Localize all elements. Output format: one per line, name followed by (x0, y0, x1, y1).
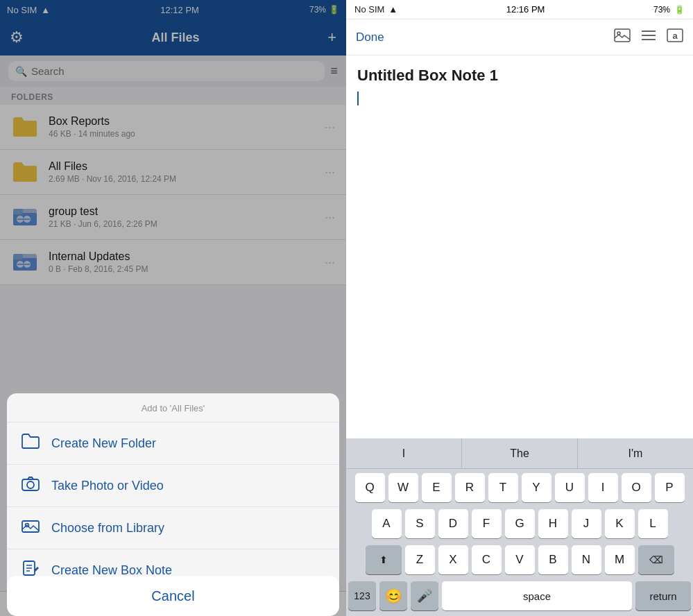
key-row-2: A S D F G H J K L (348, 509, 691, 538)
key-J[interactable]: J (572, 509, 601, 538)
key-L[interactable]: L (638, 509, 668, 538)
right-signal-group: No SIM ▲ (354, 4, 397, 15)
key-U[interactable]: U (555, 473, 585, 502)
key-W[interactable]: W (388, 473, 418, 502)
key-S[interactable]: S (405, 509, 435, 538)
right-no-sim: No SIM (354, 4, 384, 15)
svg-point-13 (27, 481, 34, 488)
note-title-area: Untitled Box Note 1 (346, 55, 693, 85)
action-sheet-title: Add to 'All Files' (7, 393, 339, 422)
image-insert-icon[interactable] (614, 28, 631, 46)
photo-library-icon (21, 518, 40, 538)
key-V[interactable]: V (505, 545, 535, 574)
autocomplete-im[interactable]: I'm (578, 438, 693, 468)
right-battery-icon: 🔋 (674, 5, 685, 15)
create-folder-label: Create New Folder (51, 436, 156, 451)
left-panel: No SIM ▲ 12:12 PM 73% 🔋 ⚙ All Files + 🔍 … (0, 0, 346, 616)
format-icon[interactable]: a (667, 28, 683, 46)
key-F[interactable]: F (472, 509, 502, 538)
key-row-3: ⬆ Z X C V B N M ⌫ (348, 545, 691, 574)
key-A[interactable]: A (372, 509, 402, 538)
key-M[interactable]: M (605, 545, 635, 574)
space-key[interactable]: space (442, 581, 632, 610)
cancel-label: Cancel (151, 588, 194, 604)
done-button[interactable]: Done (356, 31, 384, 44)
right-status-bar: No SIM ▲ 12:16 PM 73% 🔋 (346, 0, 693, 19)
cancel-button[interactable]: Cancel (7, 576, 339, 616)
delete-key[interactable]: ⌫ (638, 545, 674, 574)
choose-library-label: Choose from Library (51, 521, 164, 536)
key-Z[interactable]: Z (405, 545, 435, 574)
emoji-key[interactable]: 😊 (379, 581, 407, 610)
right-panel: No SIM ▲ 12:16 PM 73% 🔋 Done (346, 0, 693, 616)
key-Q[interactable]: Q (355, 473, 385, 502)
key-E[interactable]: E (422, 473, 452, 502)
key-O[interactable]: O (622, 473, 651, 502)
right-wifi-icon: ▲ (388, 4, 397, 15)
right-battery-group: 73% 🔋 (653, 5, 685, 15)
autocomplete-bar: I The I'm (346, 438, 693, 469)
key-Y[interactable]: Y (522, 473, 551, 502)
note-nav-bar: Done a (346, 19, 693, 55)
camera-icon (21, 476, 40, 495)
note-title: Untitled Box Note 1 (357, 67, 682, 85)
key-G[interactable]: G (505, 509, 535, 538)
key-T[interactable]: T (488, 473, 518, 502)
action-take-photo[interactable]: Take Photo or Video (7, 465, 339, 507)
right-battery-pct: 73% (653, 5, 670, 15)
key-C[interactable]: C (472, 545, 502, 574)
numbers-key[interactable]: 123 (348, 581, 376, 610)
key-X[interactable]: X (438, 545, 468, 574)
svg-rect-20 (615, 29, 630, 42)
note-editor[interactable] (346, 85, 693, 438)
key-I[interactable]: I (588, 473, 618, 502)
microphone-key[interactable]: 🎤 (411, 581, 438, 610)
keyboard-rows: Q W E R T Y U I O P A S D F G H J K (346, 469, 693, 616)
autocomplete-i[interactable]: I (346, 438, 462, 468)
key-row-1: Q W E R T Y U I O P (348, 473, 691, 502)
key-row-4: 123 😊 🎤 space return (348, 581, 691, 610)
key-D[interactable]: D (438, 509, 468, 538)
key-P[interactable]: P (655, 473, 685, 502)
key-N[interactable]: N (572, 545, 601, 574)
key-R[interactable]: R (455, 473, 485, 502)
key-K[interactable]: K (605, 509, 635, 538)
key-B[interactable]: B (538, 545, 568, 574)
return-key[interactable]: return (635, 581, 691, 610)
action-sheet: Add to 'All Files' Create New Folder Tak… (7, 393, 339, 591)
folder-outline-icon (21, 434, 40, 453)
shift-key[interactable]: ⬆ (366, 545, 402, 574)
svg-text:a: a (672, 31, 678, 41)
keyboard: I The I'm Q W E R T Y U I O P A S D (346, 438, 693, 616)
take-photo-label: Take Photo or Video (51, 479, 164, 493)
key-H[interactable]: H (538, 509, 568, 538)
list-icon[interactable] (640, 28, 657, 46)
autocomplete-the[interactable]: The (462, 438, 578, 468)
right-time: 12:16 PM (506, 4, 545, 15)
note-toolbar: a (614, 28, 683, 46)
action-choose-library[interactable]: Choose from Library (7, 507, 339, 549)
text-cursor (357, 92, 359, 105)
action-create-folder[interactable]: Create New Folder (7, 422, 339, 465)
